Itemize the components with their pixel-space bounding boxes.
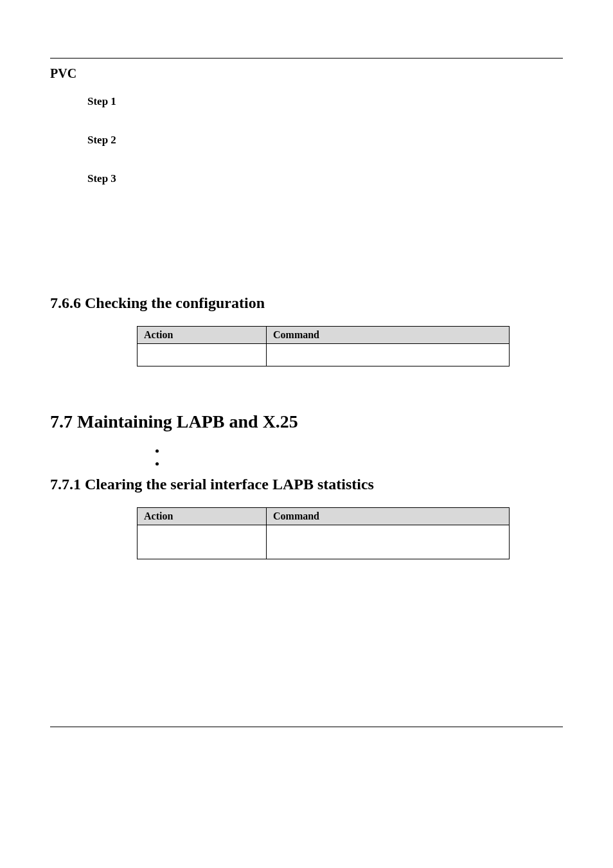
step-2: Step 2 — [87, 134, 563, 147]
table-771-header-action: Action — [138, 508, 267, 525]
list-item — [166, 445, 563, 458]
table-766-header-command: Command — [267, 327, 510, 344]
list-item — [166, 458, 563, 471]
table-766: Action Command — [137, 326, 510, 366]
step-3: Step 3 — [87, 172, 563, 185]
top-rule — [50, 58, 563, 59]
bullets-77 — [166, 445, 563, 471]
bottom-rule — [50, 727, 563, 727]
section-771-heading: 7.7.1 Clearing the serial interface LAPB… — [50, 476, 563, 493]
step-3-label: Step 3 — [87, 172, 563, 185]
table-771-cell-action — [138, 525, 267, 559]
table-766-header-row: Action Command — [138, 327, 510, 344]
table-771: Action Command — [137, 507, 510, 559]
pvc-heading: PVC — [50, 66, 563, 81]
table-766-header-action: Action — [138, 327, 267, 344]
table-row — [138, 344, 510, 366]
table-766-cell-action — [138, 344, 267, 366]
table-771-header-command: Command — [267, 508, 510, 525]
table-771-header-row: Action Command — [138, 508, 510, 525]
table-766-cell-command — [267, 344, 510, 366]
step-2-label: Step 2 — [87, 134, 563, 147]
table-row — [138, 525, 510, 559]
step-1-label: Step 1 — [87, 95, 563, 108]
section-77-heading: 7.7 Maintaining LAPB and X.25 — [50, 411, 563, 432]
table-771-cell-command — [267, 525, 510, 559]
section-766-heading: 7.6.6 Checking the configuration — [50, 294, 563, 312]
step-1: Step 1 — [87, 95, 563, 108]
